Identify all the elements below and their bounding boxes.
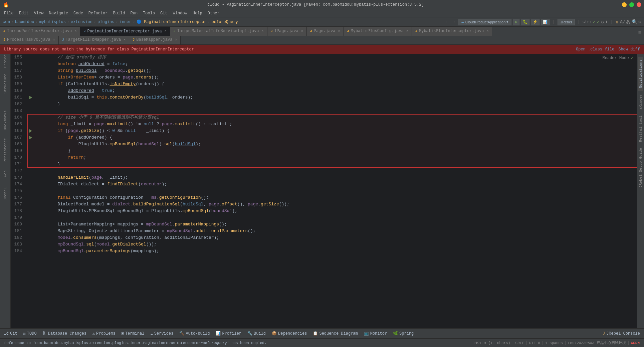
status-crlf[interactable]: CRLF [514,339,526,347]
tab-close-r2-1[interactable]: × [53,38,55,42]
tab-mybatisplusinterceptor[interactable]: J MybatisPlusInterceptor.java × [412,27,492,36]
tab-processtaskvo[interactable]: J ProcessTaskVO.java × [0,36,59,44]
sidebar-jrebel-icon[interactable]: JRebel [3,189,8,198]
tool-todo[interactable]: ☑ TODO [21,330,39,338]
tab-label-4: IPage.java [274,29,298,33]
tab-close-r2-2[interactable]: × [124,38,126,42]
git-refresh[interactable]: ↻ [601,19,604,25]
breadcrumb-inner[interactable]: inner [120,20,132,24]
panel-jrebel-setup[interactable]: JRebel Setup Guide [638,145,643,190]
breadcrumb-baomidou[interactable]: baomidou [15,20,34,24]
sidebar-persistence-icon[interactable]: Persistence [3,146,8,155]
translate-icon[interactable]: A/あ [620,19,630,25]
tab-close-1[interactable]: × [74,29,76,33]
profile-button[interactable]: 📊 [541,19,550,25]
menu-build[interactable]: Build [110,9,128,17]
breadcrumb-com[interactable]: com [3,20,10,24]
tool-problems[interactable]: ⚠ Problems [90,330,118,338]
tool-git[interactable]: ⎇ Git [1,330,20,338]
tab-mybatisplusconfig[interactable]: J MybatisPlusConfig.java × [344,27,412,36]
status-indent[interactable]: 4 spaces [544,339,565,347]
window-title: cloud - PaginationInnerInterceptor.java … [9,2,622,7]
sidebar-project-icon[interactable]: Project [3,55,8,65]
tool-spring[interactable]: 🌿 Spring [390,330,416,338]
tool-terminal[interactable]: ▣ Terminal [119,330,147,338]
tool-dependencies[interactable]: 📦 Dependencies [269,330,309,338]
git-merge-icon[interactable]: ⇅ [616,19,618,25]
show-diff-link[interactable]: Show diff [618,47,640,52]
panel-axcoder[interactable]: aXcoder [638,92,643,112]
line-num-162: 162 [11,101,25,108]
tab-targetmaterialinfoserviceimpl[interactable]: J TargetMaterialInfoServiceImpl.java × [170,27,267,36]
open-class-link[interactable]: Open .class file [576,47,614,52]
sidebar-web-icon[interactable]: Web [3,169,8,178]
tab-ipage[interactable]: J IPage.java × [267,27,307,36]
menu-view[interactable]: View [31,9,46,17]
sidebar-bookmarks-icon[interactable]: Bookmarks [3,116,8,125]
breadcrumb-extension[interactable]: extension [71,20,92,24]
menu-run[interactable]: Run [128,9,140,17]
tab-paginationinnerinterceptor[interactable]: J PaginationInnerInterceptor.java × [80,27,170,36]
code-line-171: } [34,161,637,168]
tab-basemapper[interactable]: J BaseMapper.java × [129,36,181,44]
tool-auto-build[interactable]: 🔨 Auto-build [177,330,212,338]
tool-database-changes[interactable]: 🗄 Database Changes [40,330,89,338]
breadcrumb-plugins[interactable]: plugins [97,20,114,24]
breadcrumb-mybatisplus[interactable]: mybatisplus [39,20,66,24]
tab-page[interactable]: J Page.java × [307,27,344,36]
git-checkmark1[interactable]: ✓ [593,19,595,25]
menu-file[interactable]: File [1,9,16,17]
tab-close-6[interactable]: × [406,29,408,33]
search-icon[interactable]: 🔍 [632,19,637,25]
gutter-arrow-167 [29,136,32,139]
jrebel-dropdown[interactable]: JRebel [558,19,575,25]
sidebar-structure-icon[interactable]: Structure [3,79,8,88]
menu-refactor[interactable]: Refactor [86,9,111,17]
menu-git[interactable]: Git [158,9,170,17]
breadcrumb-method[interactable]: beforeQuery [212,20,238,24]
menu-tools[interactable]: Tools [140,9,158,17]
tab-targetfilltbmapper[interactable]: J TargetFillTbMapper.java × [59,36,130,44]
close-button[interactable] [637,2,641,7]
tab-close-r2-3[interactable]: × [175,38,177,42]
panel-notifications[interactable]: Notifications [638,57,643,91]
tool-monitor[interactable]: 📺 Monitor [361,330,390,338]
tab-close-5[interactable]: × [338,29,340,33]
status-position[interactable]: 149:19 (11 chars) [471,339,512,347]
tab-close-7[interactable]: × [486,29,488,33]
settings-icon[interactable]: ⚙ [639,19,641,25]
line-num-169: 169 [11,148,25,154]
line-num-155: 155 [11,54,25,61]
menu-navigate[interactable]: Navigate [46,9,71,17]
tab-overflow-button[interactable]: ≡ [635,30,644,36]
coverage-button[interactable]: ⚡ [531,19,540,25]
tool-sequence-diagram[interactable]: 📋 Sequence Diagram [310,330,360,338]
tool-profiler[interactable]: 📊 Profiler [213,330,244,338]
tab-close-4[interactable]: × [301,29,303,33]
debug-button[interactable]: 🐛 [521,19,529,25]
menu-help[interactable]: Help [190,9,205,17]
code-editor[interactable]: // 处理 orderBy 排序 boolean addOrdered = fa… [34,54,637,328]
run-button[interactable]: ▶ [513,19,519,25]
tab-threadpooltaskexecutor[interactable]: J ThreadPoolTaskExecutor.java × [0,27,80,36]
menu-window[interactable]: Window [170,9,190,17]
menu-code[interactable]: Code [71,9,86,17]
minimize-button[interactable] [622,2,627,7]
status-test-label[interactable]: test20230503-产品中心测试环境 [566,339,628,347]
line-numbers: 155 156 157 158 159 160 161 162 163 164 … [11,54,27,328]
menu-other[interactable]: Other [205,9,222,17]
tab-close-3[interactable]: × [262,29,264,33]
maximize-button[interactable] [629,2,634,7]
tool-services[interactable]: ☁ Services [148,330,176,338]
panel-restful-tool[interactable]: Restful tool [638,113,643,145]
jrebel-console-button[interactable]: J JRebel Console [600,330,643,338]
git-checkmark2[interactable]: ✓ [597,19,600,25]
menu-edit[interactable]: Edit [16,9,31,17]
status-encoding[interactable]: UTF-8 [527,339,542,347]
tab-close-2[interactable]: × [165,29,167,33]
status-csdn[interactable]: CSDN [629,339,641,347]
tool-build[interactable]: 🔧 Build [245,330,268,338]
run-config-dropdown[interactable]: ☁ CloudProductApplication ▾ [458,19,511,25]
breadcrumb-class[interactable]: 🔵 PaginationInnerInterceptor [137,19,206,24]
git-arrow-up[interactable]: ⬆ [605,19,608,25]
